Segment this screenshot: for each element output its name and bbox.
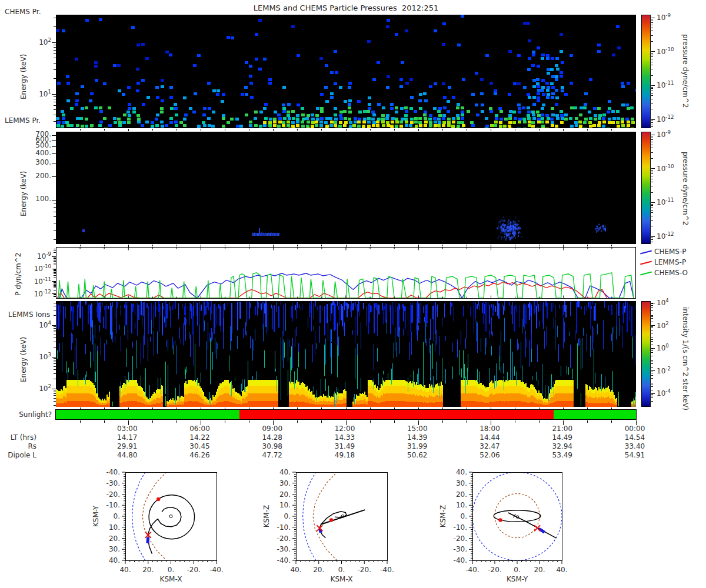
minor-tick [54, 102, 56, 102]
panel-hour-tick [225, 407, 225, 409]
minor-tick [54, 63, 56, 64]
cb-minor-tick [651, 394, 653, 395]
cb-minor-tick [651, 372, 653, 372]
orbit-curve-orbit-previous [149, 495, 195, 539]
pressure-colorbar-unit-1: pressure dyne/cm^2 [681, 34, 690, 111]
y-tick-label: 102 [18, 37, 51, 46]
orbit-xaxis-label: KSM-X [331, 575, 353, 583]
panel-hour-tick [491, 407, 491, 410]
cb-minor-tick [651, 310, 653, 311]
time-col-dipole: 46.26 [180, 451, 220, 459]
panel-hour-tick [418, 129, 419, 131]
major-tick [52, 163, 56, 163]
minor-tick [54, 379, 56, 379]
cb-minor-tick [651, 352, 653, 353]
cb-tick-label: 104 [657, 298, 669, 307]
marker-dot [329, 518, 333, 522]
time-col-time: 21:00 [542, 425, 582, 433]
y-tick-label: 400. [18, 149, 51, 157]
line-plot-border [56, 248, 636, 299]
panel-hour-tick [176, 129, 177, 131]
time-col-dipole: 52.06 [470, 451, 510, 459]
cb-minor-tick [651, 179, 653, 179]
cb-minor-tick [651, 21, 653, 21]
minor-tick [54, 282, 56, 282]
cb-minor-tick [651, 65, 653, 65]
rs-row-label: Rs [0, 442, 36, 450]
panel-hour-tick [176, 245, 177, 246]
panel-hour-tick [370, 129, 371, 131]
panel-hour-tick [467, 129, 467, 131]
minor-tick [54, 50, 56, 51]
major-tick [52, 135, 56, 136]
time-col-lt: 14.39 [397, 433, 437, 442]
cb-minor-tick [651, 28, 653, 28]
minor-tick [54, 294, 56, 295]
orbit-x-tick-label: 0. [338, 566, 345, 574]
panel-hour-tick [611, 129, 612, 131]
panel-hour-tick [394, 245, 395, 246]
cb-minor-tick [651, 216, 653, 216]
panel-hour-tick [128, 407, 129, 410]
minor-tick [54, 303, 56, 303]
orbit-border [473, 473, 562, 561]
major-tick [52, 42, 56, 43]
legend-line-chems-p [640, 250, 652, 255]
minor-tick [54, 272, 56, 273]
time-col-lt: 14.44 [470, 433, 510, 442]
cb-tick-label: 10-11 [657, 80, 674, 89]
minor-tick [54, 212, 56, 212]
orbit-curve-magnetopause [313, 472, 337, 560]
panel-hour-tick [442, 407, 443, 409]
orbit-y-tick-label: -10. [454, 523, 467, 532]
ions-panel-label: LEMMS Ions [8, 310, 50, 319]
orbit-x-tick-label: 40. [290, 566, 301, 574]
cb-tick-label: 102 [657, 320, 669, 330]
orbit-y-tick-label: -40. [106, 468, 120, 476]
minor-tick [54, 393, 56, 394]
panel-hour-tick [249, 245, 249, 246]
cb-major-tick [651, 370, 655, 371]
pressure-line-plot-svg [56, 247, 636, 299]
panel-hour-tick [104, 129, 105, 131]
minor-tick [54, 58, 56, 58]
minor-tick [54, 26, 56, 27]
orbit-y-tick-label: -20. [106, 490, 120, 499]
time-axis-tick [587, 420, 588, 423]
panel-hour-tick [587, 407, 588, 409]
panel-hour-tick [201, 245, 201, 247]
cb-minor-tick [651, 242, 653, 242]
minor-tick [54, 310, 56, 310]
orbit-curve-trajectory [508, 513, 557, 538]
cb-minor-tick [651, 362, 653, 362]
minor-tick [54, 45, 56, 45]
minor-tick [54, 216, 56, 217]
cb-minor-tick [651, 87, 653, 88]
minor-tick [54, 250, 56, 250]
time-axis-tick [249, 420, 249, 423]
panel-hour-tick [539, 245, 540, 246]
panel-hour-tick [346, 129, 347, 131]
time-axis-tick [370, 420, 371, 423]
orbit-y-tick-label: 40. [279, 468, 291, 476]
panel-hour-tick [346, 407, 347, 410]
orbit-y-tick-label: -30. [454, 545, 467, 553]
orbit-y-tick-label: 30. [109, 545, 120, 553]
marker-dot [498, 518, 502, 522]
legend-label: CHEMS-P [654, 248, 687, 256]
cb-minor-tick [651, 220, 653, 220]
cb-minor-tick [651, 91, 653, 91]
panel-hour-tick [273, 407, 274, 410]
minor-tick [54, 335, 56, 335]
time-axis-tick [297, 420, 298, 423]
minor-tick [54, 275, 56, 276]
orbit-x-tick-label: -20. [187, 566, 201, 574]
minor-tick [54, 295, 56, 295]
panel-hour-tick [515, 407, 515, 409]
minor-tick [54, 347, 56, 348]
panel-hour-tick [394, 407, 395, 409]
cb-major-tick [651, 325, 655, 326]
y-tick-label: 100. [18, 195, 51, 203]
minor-tick [54, 369, 56, 370]
panel-hour-tick [201, 407, 201, 410]
